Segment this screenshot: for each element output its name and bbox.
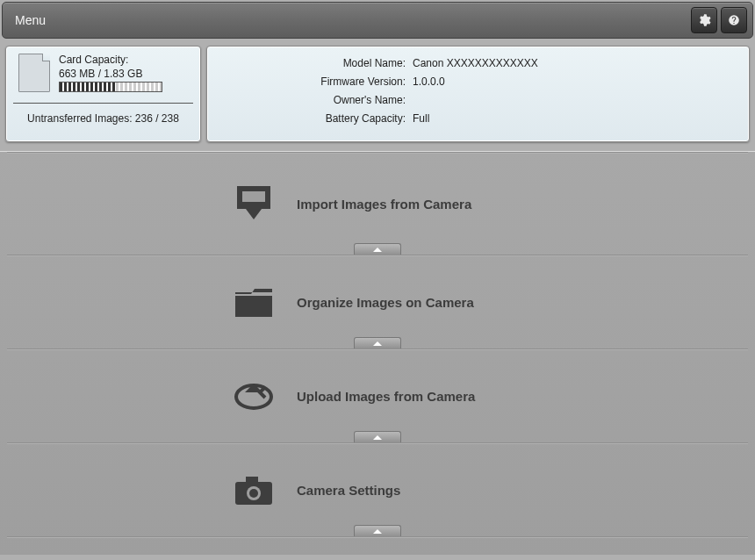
camera-info-panel: Model Name: Canon XXXXXXXXXXXXX Firmware… (206, 46, 750, 142)
card-info-row: Card Capacity: 663 MB / 1.83 GB (15, 54, 191, 97)
section-label: Camera Settings (297, 483, 525, 498)
card-capacity-label: Card Capacity: (59, 54, 162, 66)
menubar: Menu (2, 2, 753, 39)
chevron-up-icon (373, 248, 382, 252)
section-label: Organize Images on Camera (297, 295, 525, 310)
expand-button[interactable] (354, 431, 401, 443)
model-name-value: Canon XXXXXXXXXXXXX (413, 57, 737, 69)
camera-icon (230, 467, 277, 514)
import-icon (230, 181, 277, 228)
svg-rect-3 (246, 477, 258, 484)
section-label: Import Images from Camera (297, 197, 525, 212)
info-row-battery: Battery Capacity: Full (219, 112, 737, 125)
section-organize[interactable]: Organize Images on Camera (0, 256, 755, 348)
untransferred-row: Untransferred Images: 236 / 238 (15, 112, 191, 128)
info-row-owner: Owner's Name: (219, 94, 737, 106)
chevron-up-icon (373, 529, 382, 534)
battery-label: Battery Capacity: (219, 112, 413, 125)
card-text: Card Capacity: 663 MB / 1.83 GB (59, 54, 162, 92)
untransferred-value: 236 / 238 (135, 112, 179, 125)
owner-label: Owner's Name: (219, 94, 413, 106)
section-import[interactable]: Import Images from Camera (0, 154, 755, 255)
owner-value (413, 94, 737, 106)
chevron-up-icon (373, 341, 382, 346)
capacity-progress (59, 82, 162, 92)
section-label: Upload Images from Camera (297, 389, 525, 404)
card-panel: Card Capacity: 663 MB / 1.83 GB Untransf… (5, 46, 201, 142)
settings-button[interactable] (691, 7, 717, 33)
info-row-firmware: Firmware Version: 1.0.0.0 (219, 75, 737, 88)
untransferred-label: Untransferred Images: (27, 112, 132, 125)
svg-point-5 (249, 489, 258, 498)
help-icon (728, 14, 740, 26)
info-row-model: Model Name: Canon XXXXXXXXXXXXX (219, 57, 737, 69)
main-area: Import Images from Camera Organize Image… (0, 151, 755, 555)
model-name-label: Model Name: (219, 57, 413, 69)
expand-button[interactable] (354, 525, 401, 537)
card-capacity-value: 663 MB / 1.83 GB (59, 68, 162, 80)
info-panels: Card Capacity: 663 MB / 1.83 GB Untransf… (5, 46, 750, 142)
firmware-label: Firmware Version: (219, 75, 413, 88)
chevron-up-icon (373, 435, 382, 440)
svg-rect-0 (242, 191, 265, 202)
expand-button[interactable] (354, 337, 401, 349)
help-button[interactable] (721, 7, 747, 33)
sd-card-icon (18, 54, 50, 92)
gear-icon (697, 13, 711, 27)
upload-icon (230, 373, 277, 420)
battery-value: Full (413, 112, 737, 125)
folder-icon (230, 279, 277, 327)
menu-title[interactable]: Menu (15, 13, 687, 27)
firmware-value: 1.0.0.0 (413, 75, 737, 88)
expand-button[interactable] (354, 243, 401, 255)
section-upload[interactable]: Upload Images from Camera (0, 350, 755, 442)
separator (7, 536, 748, 538)
section-settings[interactable]: Camera Settings (0, 444, 755, 536)
